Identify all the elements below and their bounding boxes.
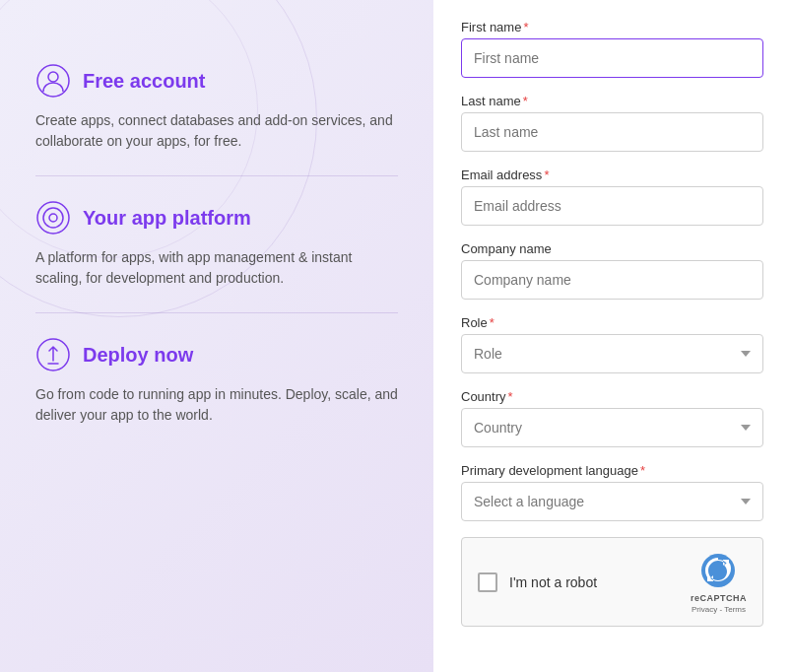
email-label: Email address* bbox=[461, 168, 763, 182]
left-panel: Free account Create apps, connect databa… bbox=[0, 0, 433, 672]
svg-point-2 bbox=[37, 202, 69, 234]
feature-app-platform-title: Your app platform bbox=[83, 207, 251, 230]
role-select[interactable]: Role Developer Designer Manager Other bbox=[461, 334, 763, 373]
first-name-required: * bbox=[523, 20, 528, 34]
country-group: Country* Country United States United Ki… bbox=[461, 389, 763, 447]
captcha-brand: reCAPTCHA bbox=[691, 593, 747, 603]
last-name-required: * bbox=[523, 94, 528, 108]
last-name-group: Last name* bbox=[461, 94, 763, 152]
company-label: Company name bbox=[461, 241, 763, 256]
email-required: * bbox=[544, 168, 549, 182]
country-label: Country* bbox=[461, 389, 763, 404]
language-required: * bbox=[640, 463, 645, 478]
role-label: Role* bbox=[461, 315, 763, 330]
recaptcha-icon bbox=[697, 550, 739, 591]
captcha-checkbox[interactable] bbox=[478, 572, 497, 592]
last-name-label: Last name* bbox=[461, 94, 763, 108]
feature-deploy-now-desc: Go from code to running app in minutes. … bbox=[35, 384, 398, 426]
language-select[interactable]: Select a language JavaScript Python Ruby… bbox=[461, 482, 763, 521]
feature-deploy-now-title: Deploy now bbox=[83, 344, 193, 367]
feature-free-account-desc: Create apps, connect databases and add-o… bbox=[35, 110, 398, 152]
country-required: * bbox=[508, 389, 513, 404]
email-group: Email address* bbox=[461, 168, 763, 226]
first-name-group: First name* bbox=[461, 20, 763, 78]
feature-free-account: Free account Create apps, connect databa… bbox=[35, 39, 398, 176]
feature-app-platform-desc: A platform for apps, with app management… bbox=[35, 247, 398, 289]
svg-point-3 bbox=[43, 208, 63, 228]
last-name-input[interactable] bbox=[461, 112, 763, 152]
target-icon bbox=[35, 200, 71, 235]
country-select[interactable]: Country United States United Kingdom Can… bbox=[461, 408, 763, 447]
language-label: Primary development language* bbox=[461, 463, 763, 478]
feature-app-platform: Your app platform A platform for apps, w… bbox=[35, 176, 398, 313]
person-circle-icon bbox=[35, 63, 71, 99]
svg-point-0 bbox=[37, 65, 69, 97]
company-input[interactable] bbox=[461, 260, 763, 300]
registration-form: First name* Last name* Email address* Co… bbox=[433, 0, 791, 672]
captcha-label: I'm not a robot bbox=[509, 574, 597, 590]
captcha-widget[interactable]: I'm not a robot reCAPTCHA Privacy - Term… bbox=[461, 537, 763, 627]
first-name-label: First name* bbox=[461, 20, 763, 34]
svg-point-1 bbox=[48, 72, 58, 82]
company-group: Company name bbox=[461, 241, 763, 300]
feature-free-account-title: Free account bbox=[83, 70, 205, 93]
deploy-icon bbox=[35, 337, 71, 372]
email-input[interactable] bbox=[461, 186, 763, 226]
first-name-input[interactable] bbox=[461, 38, 763, 78]
feature-deploy-now: Deploy now Go from code to running app i… bbox=[35, 313, 398, 449]
captcha-links: Privacy - Terms bbox=[692, 605, 746, 614]
role-group: Role* Role Developer Designer Manager Ot… bbox=[461, 315, 763, 373]
svg-point-4 bbox=[49, 214, 57, 222]
role-required: * bbox=[490, 315, 494, 330]
language-group: Primary development language* Select a l… bbox=[461, 463, 763, 521]
